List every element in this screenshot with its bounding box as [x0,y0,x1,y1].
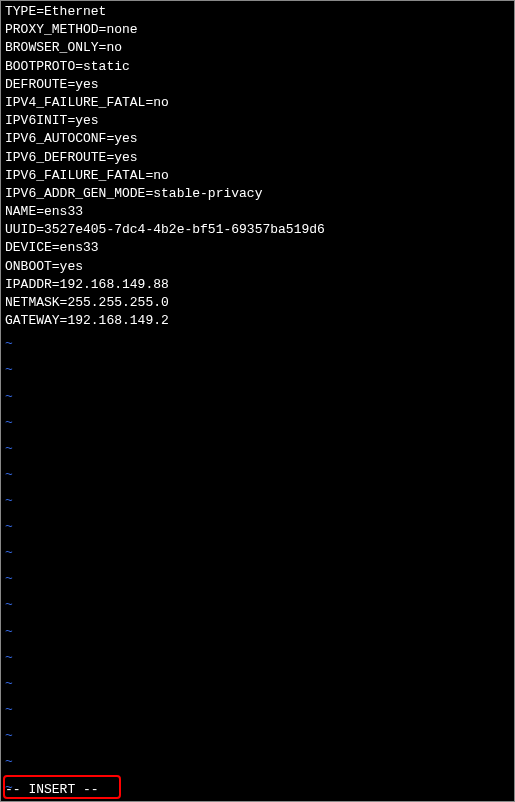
empty-lines: ~~~~~~~~~~~~~~~~~~ [1,332,514,801]
empty-line-marker: ~ [5,620,510,645]
config-line[interactable]: IPADDR=192.168.149.88 [5,276,510,294]
config-line[interactable]: DEFROUTE=yes [5,76,510,94]
empty-line-marker: ~ [5,646,510,671]
vi-status-bar: -- INSERT -- [1,780,514,801]
config-line[interactable]: IPV6_FAILURE_FATAL=no [5,167,510,185]
config-line[interactable]: IPV4_FAILURE_FATAL=no [5,94,510,112]
terminal-editor[interactable]: TYPE=EthernetPROXY_METHOD=noneBROWSER_ON… [1,1,514,801]
config-line[interactable]: PROXY_METHOD=none [5,21,510,39]
vi-mode-label: -- INSERT -- [5,782,99,797]
empty-line-marker: ~ [5,593,510,618]
empty-line-marker: ~ [5,411,510,436]
empty-line-marker: ~ [5,332,510,357]
empty-line-marker: ~ [5,515,510,540]
config-line[interactable]: UUID=3527e405-7dc4-4b2e-bf51-69357ba519d… [5,221,510,239]
config-line[interactable]: TYPE=Ethernet [5,3,510,21]
empty-line-marker: ~ [5,567,510,592]
config-line[interactable]: BOOTPROTO=static [5,58,510,76]
config-line[interactable]: IPV6_ADDR_GEN_MODE=stable-privacy [5,185,510,203]
config-line[interactable]: IPV6INIT=yes [5,112,510,130]
empty-line-marker: ~ [5,672,510,697]
config-line[interactable]: DEVICE=ens33 [5,239,510,257]
empty-line-marker: ~ [5,750,510,775]
config-line[interactable]: BROWSER_ONLY=no [5,39,510,57]
empty-line-marker: ~ [5,541,510,566]
config-line[interactable]: IPV6_AUTOCONF=yes [5,130,510,148]
empty-line-marker: ~ [5,724,510,749]
file-content[interactable]: TYPE=EthernetPROXY_METHOD=noneBROWSER_ON… [1,1,514,332]
empty-line-marker: ~ [5,358,510,383]
config-line[interactable]: NAME=ens33 [5,203,510,221]
empty-line-marker: ~ [5,437,510,462]
empty-line-marker: ~ [5,698,510,723]
empty-line-marker: ~ [5,463,510,488]
config-line[interactable]: ONBOOT=yes [5,258,510,276]
empty-line-marker: ~ [5,385,510,410]
config-line[interactable]: GATEWAY=192.168.149.2 [5,312,510,330]
empty-line-marker: ~ [5,489,510,514]
config-line[interactable]: NETMASK=255.255.255.0 [5,294,510,312]
config-line[interactable]: IPV6_DEFROUTE=yes [5,149,510,167]
